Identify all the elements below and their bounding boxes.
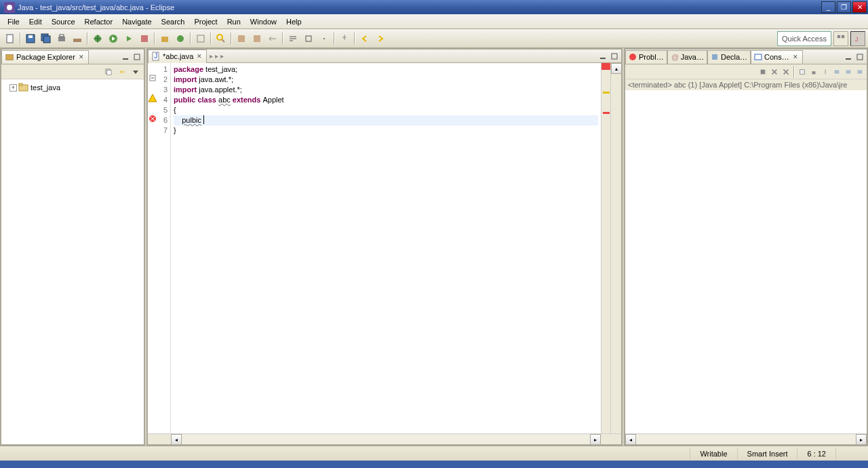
vertical-scrollbar[interactable]: ▴	[610, 63, 621, 433]
menu-run[interactable]: Run	[222, 16, 245, 27]
project-label: test_java	[31, 83, 60, 92]
overview-error-mark[interactable]	[603, 112, 610, 114]
menu-project[interactable]: Project	[189, 16, 222, 27]
toggle-mark-button[interactable]	[234, 31, 249, 46]
scroll-left-button[interactable]: ◂	[171, 434, 182, 445]
console-scrollbar[interactable]: ◂ ▸	[625, 433, 867, 444]
code-area[interactable]: package test_java;import java.awt.*;impo…	[171, 63, 601, 433]
overview-warning-mark[interactable]	[603, 92, 610, 94]
save-button[interactable]	[23, 31, 38, 46]
svg-text:@: @	[671, 53, 679, 61]
scroll-up-button[interactable]: ▴	[611, 63, 622, 74]
package-explorer-tab[interactable]: Package Explorer ✕	[1, 50, 89, 64]
debug-button[interactable]	[90, 31, 105, 46]
build-button[interactable]	[70, 31, 85, 46]
last-edit-button[interactable]	[265, 31, 280, 46]
open-console-button[interactable]	[843, 66, 854, 77]
open-type-button[interactable]	[193, 31, 208, 46]
svg-rect-23	[6, 55, 14, 60]
console-body[interactable]	[625, 90, 867, 433]
svg-point-14	[217, 35, 222, 40]
open-perspective-button[interactable]	[833, 31, 848, 46]
menu-file[interactable]: File	[3, 16, 24, 27]
annotation-nav-button[interactable]	[250, 31, 264, 46]
console-tab-close[interactable]: ✕	[791, 53, 800, 61]
clear-console-button[interactable]	[797, 66, 808, 77]
java-perspective-button[interactable]: J	[850, 31, 865, 46]
console-toolbar	[625, 64, 867, 79]
toggle-word-wrap-button[interactable]	[285, 31, 300, 46]
editor-tab-close[interactable]: ✕	[195, 52, 203, 60]
javadoc-tab[interactable]: @ Java…	[667, 50, 707, 64]
package-tree[interactable]: + test_java	[1, 79, 144, 444]
forward-button[interactable]	[373, 31, 388, 46]
run-last-button[interactable]	[121, 31, 136, 46]
editor-body[interactable]: 1234567 package test_java;import java.aw…	[148, 63, 621, 433]
declaration-tab[interactable]: Decla…	[707, 50, 751, 64]
marker-ruler	[148, 63, 160, 433]
overview-header-error	[601, 63, 610, 70]
pin-editor-button[interactable]	[337, 31, 352, 46]
overview-ruler[interactable]	[601, 63, 610, 433]
horizontal-scrollbar[interactable]: ◂ ▸	[148, 433, 621, 444]
close-button[interactable]: ✕	[852, 1, 867, 13]
print-button[interactable]	[54, 31, 69, 46]
svg-rect-43	[761, 69, 766, 74]
expand-icon[interactable]: +	[9, 84, 17, 92]
menu-edit[interactable]: Edit	[24, 16, 47, 27]
menu-window[interactable]: Window	[245, 16, 281, 27]
minimize-button[interactable]: _	[821, 1, 835, 13]
run-button[interactable]	[106, 31, 121, 46]
link-editor-button[interactable]	[117, 66, 127, 77]
problems-tab[interactable]: Probl…	[625, 50, 667, 64]
svg-rect-10	[141, 35, 148, 42]
menu-bar: File Edit Source Refactor Navigate Searc…	[0, 14, 868, 29]
right-maximize-button[interactable]	[854, 52, 865, 62]
svg-rect-4	[43, 36, 50, 43]
svg-rect-25	[134, 54, 140, 60]
editor-breadcrumb[interactable]: ▸ ▸ ▸	[207, 51, 597, 62]
console-tab[interactable]: Cons… ✕	[751, 50, 803, 64]
package-explorer-close[interactable]: ✕	[77, 53, 85, 61]
menu-refactor[interactable]: Refactor	[80, 16, 118, 27]
minimize-view-button[interactable]	[120, 52, 131, 62]
menu-source[interactable]: Source	[47, 16, 80, 27]
new-package-button[interactable]	[157, 31, 172, 46]
toggle-block-button[interactable]	[301, 31, 316, 46]
pin-console-button[interactable]	[820, 66, 831, 77]
svg-rect-11	[161, 37, 168, 42]
collapse-all-button[interactable]	[103, 66, 114, 77]
java-file-icon: J	[151, 52, 161, 61]
editor-minimize-button[interactable]	[597, 51, 608, 62]
remove-all-button[interactable]	[781, 66, 791, 77]
editor-tab-abc[interactable]: J *abc.java ✕	[148, 50, 207, 63]
scroll-right-button[interactable]: ▸	[590, 434, 601, 445]
maximize-view-button[interactable]	[132, 52, 142, 62]
remove-launch-button[interactable]	[769, 66, 780, 77]
back-button[interactable]	[357, 31, 372, 46]
quick-access-field[interactable]: Quick Access	[777, 31, 831, 46]
console-scroll-left[interactable]: ◂	[625, 434, 636, 445]
new-console-button[interactable]	[854, 66, 865, 77]
line-numbers: 1234567	[160, 63, 170, 433]
save-all-button[interactable]	[39, 31, 54, 46]
menu-help[interactable]: Help	[281, 16, 307, 27]
tree-project-row[interactable]: + test_java	[4, 82, 141, 93]
problems-label: Probl…	[639, 53, 664, 61]
console-scroll-right[interactable]: ▸	[856, 434, 867, 445]
display-console-button[interactable]	[831, 66, 842, 77]
right-minimize-button[interactable]	[843, 52, 854, 62]
new-class-button[interactable]	[173, 31, 188, 46]
new-button[interactable]	[3, 31, 18, 46]
external-tools-button[interactable]	[137, 31, 152, 46]
editor-maximize-button[interactable]	[609, 51, 620, 62]
search-button[interactable]	[214, 31, 229, 46]
terminate-button[interactable]	[757, 66, 768, 77]
maximize-button[interactable]: ❐	[837, 1, 851, 13]
menu-navigate[interactable]: Navigate	[117, 16, 156, 27]
scroll-lock-button[interactable]	[808, 66, 819, 77]
show-whitespace-button[interactable]	[317, 31, 332, 46]
menu-search[interactable]: Search	[157, 16, 190, 27]
view-menu-button[interactable]	[130, 66, 141, 77]
status-insert-mode: Smart Insert	[737, 448, 797, 460]
